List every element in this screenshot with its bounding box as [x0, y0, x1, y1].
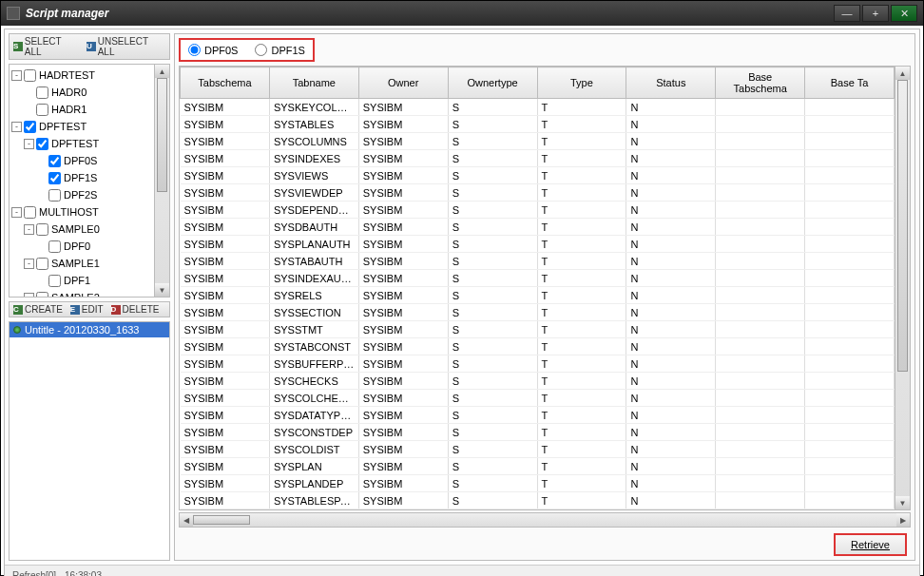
table-row[interactable]: SYSIBMSYSRELSSYSIBMSTN: [181, 287, 895, 304]
tree-scrollbar[interactable]: ▲ ▼: [154, 65, 169, 297]
expand-icon[interactable]: -: [24, 259, 34, 269]
select-all-button[interactable]: SSELECT ALL: [13, 36, 79, 57]
table-row[interactable]: SYSIBMSYSBUFFERPOOLSSYSIBMSTN: [181, 355, 895, 373]
expand-icon[interactable]: -: [11, 207, 22, 218]
delete-button[interactable]: DDELETE: [111, 304, 160, 315]
node-checkbox[interactable]: [48, 275, 61, 287]
scroll-up-icon[interactable]: ▲: [895, 67, 910, 80]
radio-input[interactable]: [255, 44, 267, 56]
expand-icon[interactable]: -: [24, 224, 34, 235]
table-row[interactable]: SYSIBMSYSPLANDEPSYSIBMSTN: [181, 475, 895, 492]
table-row[interactable]: SYSIBMSYSCOLUMNSSYSIBMSTN: [181, 133, 895, 150]
tree[interactable]: -HADRTESTHADR0HADR1-DPFTEST-DPFTESTDPF0S…: [10, 65, 154, 297]
data-grid[interactable]: TabschemaTabnameOwnerOwnertypeTypeStatus…: [180, 67, 895, 509]
unselect-all-button[interactable]: UUNSELECT ALL: [87, 36, 165, 57]
table-row[interactable]: SYSIBMSYSCONSTDEPSYSIBMSTN: [181, 424, 895, 441]
table-row[interactable]: SYSIBMSYSCHECKSSYSIBMSTN: [181, 373, 895, 390]
table-row[interactable]: SYSIBMSYSTABAUTHSYSIBMSTN: [181, 253, 895, 270]
node-checkbox[interactable]: [36, 292, 48, 298]
script-item[interactable]: Untitle - 20120330_1633: [10, 322, 169, 337]
expand-icon[interactable]: -: [24, 293, 34, 298]
table-row[interactable]: SYSIBMSYSKEYCOLUSESYSIBMSTN: [181, 99, 895, 116]
server-radio[interactable]: DPF0S: [188, 44, 238, 56]
node-checkbox[interactable]: [36, 138, 48, 150]
node-checkbox[interactable]: [24, 206, 36, 219]
table-row[interactable]: SYSIBMSYSDATATYPESSYSIBMSTN: [181, 407, 895, 424]
table-row[interactable]: SYSIBMSYSDEPENDENCIESSYSIBMSTN: [181, 202, 895, 219]
column-header[interactable]: Owner: [358, 67, 448, 99]
column-header[interactable]: Type: [537, 67, 626, 99]
tree-node[interactable]: -DPFTEST: [11, 135, 152, 152]
retrieve-button[interactable]: Retrieve: [834, 533, 907, 556]
table-row[interactable]: SYSIBMSYSCOLDISTSYSIBMSTN: [181, 441, 895, 458]
table-cell: S: [448, 355, 537, 373]
tree-node[interactable]: HADR0: [11, 84, 152, 101]
table-row[interactable]: SYSIBMSYSTABLESSYSIBMSTN: [181, 116, 895, 133]
tree-node[interactable]: -DPFTEST: [11, 118, 152, 135]
scroll-thumb[interactable]: [897, 80, 908, 372]
table-row[interactable]: SYSIBMSYSINDEXAUTHSYSIBMSTN: [181, 270, 895, 287]
node-checkbox[interactable]: [36, 86, 48, 99]
node-checkbox[interactable]: [48, 240, 61, 253]
table-row[interactable]: SYSIBMSYSVIEWDEPSYSIBMSTN: [181, 184, 895, 202]
tree-node[interactable]: -SAMPLE1: [11, 255, 152, 272]
create-button[interactable]: CCREATE: [13, 304, 63, 315]
scroll-down-icon[interactable]: ▼: [155, 283, 169, 297]
tree-node[interactable]: DPF1S: [11, 169, 152, 186]
column-header[interactable]: Tabschema: [181, 67, 270, 99]
script-list[interactable]: Untitle - 20120330_1633: [9, 321, 170, 561]
table-row[interactable]: SYSIBMSYSSECTIONSYSIBMSTN: [181, 304, 895, 321]
scroll-left-icon[interactable]: ◀: [180, 513, 193, 527]
table-row[interactable]: SYSIBMSYSPLANSYSIBMSTN: [181, 458, 895, 475]
column-header[interactable]: Status: [626, 67, 716, 99]
tree-node[interactable]: -HADRTEST: [11, 67, 152, 84]
minimize-button[interactable]: —: [834, 5, 860, 22]
window: Script manager — + ✕ SSELECT ALL UUNSELE…: [0, 0, 924, 576]
expand-icon[interactable]: -: [24, 139, 34, 149]
column-header[interactable]: Base Ta: [805, 67, 895, 99]
table-row[interactable]: SYSIBMSYSDBAUTHSYSIBMSTN: [181, 219, 895, 236]
server-radio[interactable]: DPF1S: [255, 44, 304, 56]
table-cell: SYSIBM: [358, 321, 448, 338]
tree-node[interactable]: DPF2S: [11, 186, 152, 203]
node-checkbox[interactable]: [48, 172, 61, 184]
scroll-up-icon[interactable]: ▲: [155, 65, 169, 78]
table-row[interactable]: SYSIBMSYSSTMTSYSIBMSTN: [181, 321, 895, 338]
node-checkbox[interactable]: [36, 258, 48, 270]
table-hscroll[interactable]: ◀ ▶: [179, 512, 911, 528]
node-checkbox[interactable]: [36, 104, 48, 116]
tree-node[interactable]: DPF0: [11, 238, 152, 255]
radio-input[interactable]: [188, 44, 201, 56]
maximize-button[interactable]: +: [862, 5, 889, 22]
column-header[interactable]: Tabname: [269, 67, 358, 99]
tree-node[interactable]: -SAMPLE0: [11, 221, 152, 238]
node-checkbox[interactable]: [24, 121, 36, 133]
tree-node[interactable]: -MULTIHOST: [11, 203, 152, 221]
node-checkbox[interactable]: [48, 155, 61, 167]
scroll-down-icon[interactable]: ▼: [895, 496, 910, 509]
table-vscroll[interactable]: ▲ ▼: [895, 67, 910, 509]
column-header[interactable]: Base Tabschema: [716, 67, 805, 99]
scroll-right-icon[interactable]: ▶: [896, 513, 910, 527]
expand-icon[interactable]: -: [11, 70, 22, 81]
edit-button[interactable]: EEDIT: [70, 304, 104, 315]
node-checkbox[interactable]: [24, 69, 36, 82]
table-row[interactable]: SYSIBMSYSTABCONSTSYSIBMSTN: [181, 338, 895, 355]
table-row[interactable]: SYSIBMSYSVIEWSSYSIBMSTN: [181, 167, 895, 184]
table-row[interactable]: SYSIBMSYSINDEXESSYSIBMSTN: [181, 150, 895, 167]
column-header[interactable]: Ownertype: [448, 67, 537, 99]
titlebar[interactable]: Script manager — + ✕: [1, 1, 923, 26]
tree-node[interactable]: HADR1: [11, 101, 152, 118]
node-checkbox[interactable]: [36, 223, 48, 236]
tree-node[interactable]: -SAMPLE2: [11, 289, 152, 297]
expand-icon[interactable]: -: [11, 122, 22, 132]
table-row[interactable]: SYSIBMSYSPLANAUTHSYSIBMSTN: [181, 236, 895, 253]
scroll-thumb[interactable]: [157, 78, 167, 192]
node-checkbox[interactable]: [48, 189, 61, 202]
tree-node[interactable]: DPF0S: [11, 152, 152, 169]
tree-node[interactable]: DPF1: [11, 272, 152, 289]
table-row[interactable]: SYSIBMSYSTABLESPACESSYSIBMSTN: [181, 492, 895, 509]
table-row[interactable]: SYSIBMSYSCOLCHECKSSYSIBMSTN: [181, 390, 895, 407]
scroll-thumb[interactable]: [193, 515, 250, 525]
close-button[interactable]: ✕: [891, 5, 917, 22]
